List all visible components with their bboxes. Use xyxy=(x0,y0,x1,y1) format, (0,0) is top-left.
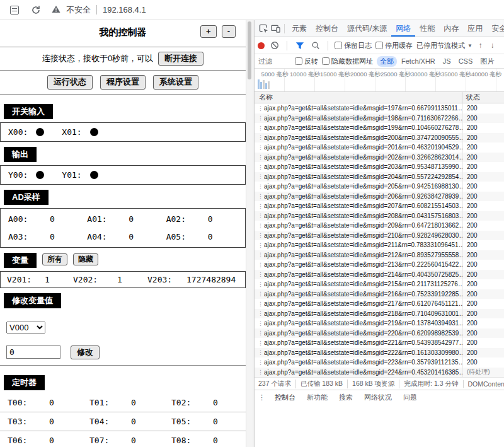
network-request-row[interactable]: ⋮ ajax.php?a=get&t=all&setstate=idle&msg… xyxy=(255,162,504,172)
divider xyxy=(0,94,246,95)
disable-cache-input[interactable] xyxy=(375,42,383,49)
network-request-row[interactable]: ⋮ ajax.php?a=get&t=all&setstate=idle&msg… xyxy=(255,338,504,348)
toolbar-separator xyxy=(287,41,287,50)
request-name: ajax.php?a=get&t=all&setstate=idle&msgid… xyxy=(262,328,462,339)
drawer-tab[interactable]: 新功能 xyxy=(301,393,333,402)
network-request-row[interactable]: ⋮ ajax.php?a=get&t=all&setstate=idle&msg… xyxy=(255,123,504,133)
request-status: 200 xyxy=(462,142,504,153)
network-request-row[interactable]: ⋮ ajax.php?a=get&t=all&setstate=idle&msg… xyxy=(255,221,504,231)
network-request-row[interactable]: ⋮ ajax.php?a=get&t=all&setstate=idle&msg… xyxy=(255,113,504,124)
network-request-row[interactable]: ⋮ ajax.php?a=get&t=all&setstate=idle&msg… xyxy=(255,318,504,328)
network-request-row[interactable]: ⋮ ajax.php?a=get&t=all&setstate=idle&msg… xyxy=(255,270,504,280)
import-har-icon[interactable]: ↑ xyxy=(476,40,484,51)
hide-data-urls-checkbox[interactable]: 隐藏数据网址 xyxy=(322,57,373,66)
request-status: 200 xyxy=(462,309,504,319)
network-request-row[interactable]: ⋮ ajax.php?a=get&t=all&setstate=idle&msg… xyxy=(255,289,504,299)
network-request-row[interactable]: ⋮ ajax.php?a=get&t=all&setstate=idle&msg… xyxy=(255,368,504,378)
variables-hide-button[interactable]: 隐藏 xyxy=(73,253,98,265)
address-bar[interactable]: 不安全 192.168.4.1 xyxy=(52,4,146,16)
network-request-row[interactable]: ⋮ ajax.php?a=get&t=all&setstate=idle&msg… xyxy=(255,133,504,143)
network-overview-timeline[interactable]: 5000 毫秒10000 毫秒15000 毫秒20000 毫秒25000 毫秒3… xyxy=(255,69,504,92)
nav-button[interactable]: 系统设置 xyxy=(153,75,198,89)
network-request-row[interactable]: ⋮ ajax.php?a=get&t=all&setstate=idle&msg… xyxy=(255,240,504,250)
section-timers-title: 定时器 xyxy=(4,375,45,390)
preserve-log-input[interactable] xyxy=(335,42,342,49)
network-request-row[interactable]: ⋮ ajax.php?a=get&t=all&setstate=idle&msg… xyxy=(255,260,504,270)
clear-network-log-icon[interactable] xyxy=(268,40,280,51)
request-status: 200 xyxy=(462,279,504,289)
variables-all-button[interactable]: 所有 xyxy=(42,253,67,265)
nav-button[interactable]: 程序设置 xyxy=(100,75,146,89)
network-request-row[interactable]: ⋮ ajax.php?a=get&t=all&setstate=idle&msg… xyxy=(255,309,504,319)
input-channel-label: X00: xyxy=(8,127,28,137)
devtools-tab[interactable]: 内存 xyxy=(439,20,463,37)
network-request-row[interactable]: ⋮ ajax.php?a=get&t=all&setstate=idle&msg… xyxy=(255,142,504,153)
request-name: ajax.php?a=get&t=all&setstate=idle&msgid… xyxy=(262,221,462,231)
ad-channel: A00: 0 xyxy=(8,214,87,224)
invert-filter-checkbox[interactable]: 反转 xyxy=(295,57,318,66)
record-network-log-button[interactable] xyxy=(258,42,265,49)
scrollbar-thumb[interactable] xyxy=(248,21,251,79)
disconnect-button[interactable]: 断开连接 xyxy=(158,52,203,66)
network-request-row[interactable]: ⋮ ajax.php?a=get&t=all&setstate=idle&msg… xyxy=(255,299,504,309)
column-header-status[interactable]: 状态 xyxy=(462,92,504,103)
network-request-row[interactable]: ⋮ ajax.php?a=get&t=all&setstate=idle&msg… xyxy=(255,182,504,192)
browser-app-icon[interactable] xyxy=(9,4,20,16)
request-name: ajax.php?a=get&t=all&setstate=idle&msgid… xyxy=(262,211,462,221)
request-status: 200 xyxy=(462,270,504,280)
devtools-tab[interactable]: 控制台 xyxy=(311,20,343,37)
network-request-row[interactable]: ⋮ ajax.php?a=get&t=all&setstate=idle&msg… xyxy=(255,211,504,221)
network-request-row[interactable]: ⋮ ajax.php?a=get&t=all&setstate=idle&msg… xyxy=(255,231,504,241)
devtools-tab[interactable]: 源代码/来源 xyxy=(343,20,391,37)
zoom-out-button[interactable]: - xyxy=(222,25,236,38)
drawer-tab[interactable]: 网络状况 xyxy=(358,393,398,402)
network-request-row[interactable]: ⋮ ajax.php?a=get&t=all&setstate=idle&msg… xyxy=(255,103,504,113)
drawer-tab[interactable]: 搜索 xyxy=(333,393,358,402)
drawer-menu-icon[interactable]: ⋮ xyxy=(258,393,265,402)
devtools-tab[interactable]: 性能 xyxy=(415,20,439,37)
request-type-filter[interactable]: Fetch/XHR xyxy=(398,57,438,66)
devtools-tab[interactable]: 安全 xyxy=(487,20,504,37)
request-type-filter[interactable]: CSS xyxy=(455,57,476,66)
page-scrollbar[interactable] xyxy=(246,20,253,447)
request-type-filter[interactable]: 全部 xyxy=(377,56,397,67)
devtools-tab[interactable]: 网络 xyxy=(391,20,415,37)
invert-filter-input[interactable] xyxy=(295,57,302,65)
network-request-row[interactable]: ⋮ ajax.php?a=get&t=all&setstate=idle&msg… xyxy=(255,201,504,211)
disable-cache-checkbox[interactable]: 停用缓存 xyxy=(375,41,413,50)
request-type-filter[interactable]: 媒体 xyxy=(498,56,500,67)
network-request-row[interactable]: ⋮ ajax.php?a=get&t=all&setstate=idle&msg… xyxy=(255,192,504,202)
preserve-log-checkbox[interactable]: 保留日志 xyxy=(335,41,372,50)
column-header-name[interactable]: 名称 xyxy=(255,92,462,103)
network-request-row[interactable]: ⋮ ajax.php?a=get&t=all&setstate=idle&msg… xyxy=(255,328,504,339)
variable-value-input[interactable] xyxy=(6,345,60,359)
ad-channel: A01: 0 xyxy=(87,214,166,224)
device-toolbar-icon[interactable] xyxy=(270,23,282,34)
network-request-row[interactable]: ⋮ ajax.php?a=get&t=all&setstate=idle&msg… xyxy=(255,153,504,163)
filter-icon[interactable] xyxy=(294,40,306,51)
request-name: ajax.php?a=get&t=all&setstate=idle&msgid… xyxy=(262,270,462,280)
request-type-filter[interactable]: 图片 xyxy=(477,56,497,67)
timer-item: T08: 0 xyxy=(164,431,246,447)
network-request-row[interactable]: ⋮ ajax.php?a=get&t=all&setstate=idle&msg… xyxy=(255,250,504,260)
throttling-select[interactable]: 已停用节流模式 ▼ xyxy=(416,41,472,50)
export-har-icon[interactable]: ↓ xyxy=(488,40,496,51)
variable-select[interactable]: V000 xyxy=(6,322,45,334)
request-type-filter[interactable]: JS xyxy=(440,57,454,66)
search-icon[interactable] xyxy=(309,40,321,51)
network-request-row[interactable]: ⋮ ajax.php?a=get&t=all&setstate=idle&msg… xyxy=(255,348,504,358)
devtools-tab[interactable]: 元素 xyxy=(287,20,311,37)
network-filter-input[interactable] xyxy=(258,57,291,65)
drawer-tab[interactable]: 问题 xyxy=(398,393,423,402)
drawer-tab[interactable]: 控制台 xyxy=(269,393,301,402)
zoom-in-button[interactable]: + xyxy=(200,25,217,38)
inspect-element-icon[interactable] xyxy=(258,23,270,34)
network-request-row[interactable]: ⋮ ajax.php?a=get&t=all&setstate=idle&msg… xyxy=(255,172,504,182)
reload-icon[interactable] xyxy=(30,4,42,16)
network-request-row[interactable]: ⋮ ajax.php?a=get&t=all&setstate=idle&msg… xyxy=(255,279,504,289)
network-request-row[interactable]: ⋮ ajax.php?a=get&t=all&setstate=idle&msg… xyxy=(255,357,504,368)
nav-button[interactable]: 运行状态 xyxy=(47,75,93,89)
modify-button[interactable]: 修改 xyxy=(71,345,100,359)
devtools-tab[interactable]: 应用 xyxy=(463,20,487,37)
hide-data-urls-input[interactable] xyxy=(322,57,329,65)
